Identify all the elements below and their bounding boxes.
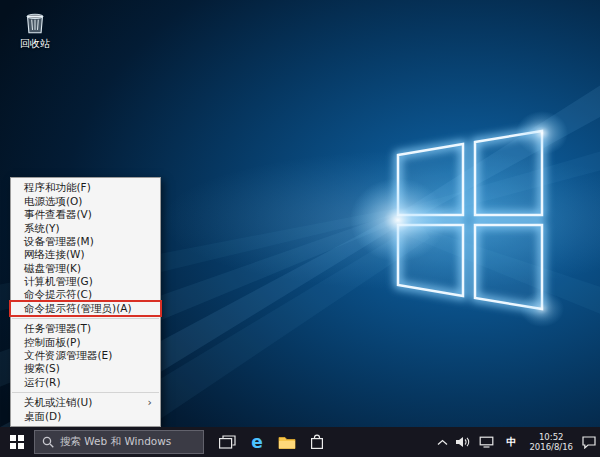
menu-item-power-options[interactable]: 电源选项(O) [11, 195, 160, 208]
menu-item-label: 程序和功能(F) [24, 181, 91, 194]
menu-item-label: 搜索(S) [24, 362, 60, 375]
menu-item-system[interactable]: 系统(Y) [11, 222, 160, 235]
menu-separator [12, 392, 159, 393]
menu-item-label: 计算机管理(G) [24, 275, 93, 288]
menu-item-label: 事件查看器(V) [24, 208, 92, 221]
network-button[interactable] [475, 427, 498, 457]
menu-item-file-explorer[interactable]: 文件资源管理器(E) [11, 349, 160, 362]
ime-label: 中 [502, 435, 520, 449]
menu-item-event-viewer[interactable]: 事件查看器(V) [11, 208, 160, 221]
action-center-button[interactable] [578, 427, 600, 457]
menu-item-label: 桌面(D) [24, 410, 61, 423]
task-view-button[interactable] [212, 427, 242, 457]
tray-overflow-button[interactable] [433, 427, 452, 457]
network-icon [479, 436, 494, 448]
menu-item-command-prompt-admin[interactable]: 命令提示符(管理员)(A) [11, 302, 160, 315]
menu-item-control-panel[interactable]: 控制面板(P) [11, 336, 160, 349]
action-center-icon [582, 436, 596, 449]
menu-item-label: 关机或注销(U) [24, 396, 92, 409]
search-placeholder: 搜索 Web 和 Windows [60, 435, 171, 449]
ime-indicator[interactable]: 中 [498, 427, 524, 457]
menu-item-network-connections[interactable]: 网络连接(W) [11, 248, 160, 261]
volume-icon [456, 436, 471, 448]
menu-item-label: 任务管理器(T) [24, 322, 91, 335]
menu-item-label: 设备管理器(M) [24, 235, 94, 248]
search-icon [42, 436, 54, 448]
search-input[interactable]: 搜索 Web 和 Windows [34, 430, 204, 454]
menu-item-label: 运行(R) [24, 376, 61, 389]
start-button[interactable] [0, 427, 34, 457]
taskbar-pinned-icons: e [212, 427, 332, 457]
taskbar: 搜索 Web 和 Windows e [0, 427, 600, 457]
menu-item-label: 文件资源管理器(E) [24, 349, 112, 362]
menu-item-label: 命令提示符(管理员)(A) [24, 302, 132, 315]
menu-item-label: 命令提示符(C) [24, 288, 92, 301]
clock-time: 10:52 [529, 432, 573, 442]
menu-item-search[interactable]: 搜索(S) [11, 362, 160, 375]
menu-item-label: 磁盘管理(K) [24, 262, 81, 275]
menu-item-shutdown-or-signout[interactable]: 关机或注销(U) › [11, 396, 160, 409]
edge-browser-button[interactable]: e [242, 427, 272, 457]
edge-icon: e [251, 434, 263, 451]
task-view-icon [219, 435, 236, 449]
chevron-up-icon [437, 439, 448, 446]
menu-separator [12, 318, 159, 319]
submenu-arrow-icon: › [148, 396, 152, 409]
menu-item-label: 控制面板(P) [24, 336, 81, 349]
menu-item-command-prompt[interactable]: 命令提示符(C) [11, 288, 160, 301]
clock-date: 2016/8/16 [529, 442, 573, 452]
taskbar-clock[interactable]: 10:52 2016/8/16 [524, 432, 578, 452]
store-button[interactable] [302, 427, 332, 457]
file-explorer-button[interactable] [272, 427, 302, 457]
store-icon [310, 434, 324, 450]
menu-item-desktop[interactable]: 桌面(D) [11, 410, 160, 423]
menu-item-run[interactable]: 运行(R) [11, 376, 160, 389]
menu-item-computer-management[interactable]: 计算机管理(G) [11, 275, 160, 288]
menu-item-label: 电源选项(O) [24, 195, 82, 208]
menu-item-label: 网络连接(W) [24, 248, 85, 261]
menu-item-task-manager[interactable]: 任务管理器(T) [11, 322, 160, 335]
desktop: 回收站 程序和功能(F) 电源选项(O) 事件查看器(V) 系统(Y) 设备管理… [0, 0, 600, 457]
menu-item-disk-management[interactable]: 磁盘管理(K) [11, 262, 160, 275]
menu-item-label: 系统(Y) [24, 222, 60, 235]
trash-can-icon [21, 8, 49, 36]
file-explorer-icon [278, 435, 296, 450]
menu-item-device-manager[interactable]: 设备管理器(M) [11, 235, 160, 248]
recycle-bin-label: 回收站 [8, 37, 62, 51]
windows-start-icon [10, 435, 24, 449]
menu-item-programs-and-features[interactable]: 程序和功能(F) [11, 181, 160, 194]
recycle-bin-icon[interactable]: 回收站 [8, 8, 62, 51]
system-tray: 中 10:52 2016/8/16 [433, 427, 600, 457]
winx-context-menu: 程序和功能(F) 电源选项(O) 事件查看器(V) 系统(Y) 设备管理器(M)… [10, 177, 161, 427]
volume-button[interactable] [452, 427, 475, 457]
